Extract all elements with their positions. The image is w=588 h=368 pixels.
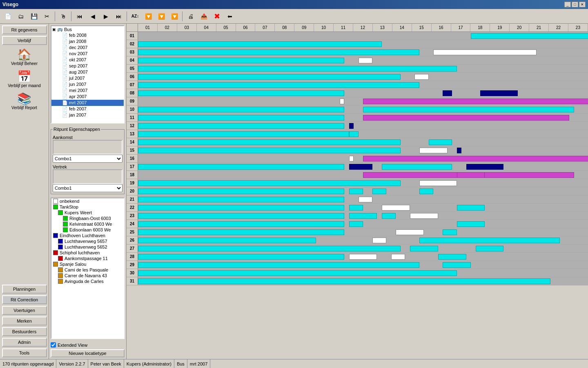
- locatie-item[interactable]: Carrer de Navarra 43: [51, 273, 124, 278]
- row-content[interactable]: [138, 163, 588, 171]
- locatie-item[interactable]: Avinguda de Carles: [51, 278, 124, 284]
- row-content[interactable]: [138, 212, 588, 220]
- admin-button[interactable]: Admin: [2, 338, 47, 347]
- row-content[interactable]: [138, 32, 588, 40]
- row-content[interactable]: [138, 48, 588, 56]
- last-button[interactable]: ⏭: [113, 11, 125, 22]
- filter1-button[interactable]: 🔽: [142, 11, 154, 22]
- voertuigen-button[interactable]: Voertuigen: [2, 306, 47, 315]
- locatie-item[interactable]: Ringbaan-Oost 6003: [51, 215, 124, 221]
- row-content[interactable]: [138, 56, 588, 64]
- export-button[interactable]: 📤: [198, 11, 210, 22]
- save-button[interactable]: 💾: [28, 11, 40, 22]
- cursor-button[interactable]: 🖱: [57, 11, 69, 22]
- row-content[interactable]: [138, 269, 588, 277]
- next-button[interactable]: ▶: [100, 11, 112, 22]
- nieuwe-locatietype-button[interactable]: Nieuwe locatietype: [51, 349, 125, 357]
- locatie-item[interactable]: Eindhoven Luchthaven: [51, 233, 124, 238]
- vertrek-input[interactable]: [53, 169, 122, 184]
- tree-root[interactable]: ▣ 🚌 Bus: [51, 26, 124, 32]
- locatie-item[interactable]: Luchthavenweg 5652: [51, 244, 124, 250]
- tree-item[interactable]: 📄 feb 2008: [51, 32, 124, 38]
- locatie-item[interactable]: TankStop: [51, 204, 124, 210]
- tools-button[interactable]: Tools: [2, 348, 47, 357]
- tree-item[interactable]: 📄 feb 2007: [51, 106, 124, 112]
- row-content[interactable]: [138, 146, 588, 154]
- locatie-item[interactable]: Kupers Weert: [51, 210, 124, 215]
- tree-item[interactable]: 📄 mei 2007: [51, 88, 124, 94]
- merken-button[interactable]: Merken: [2, 316, 47, 325]
- row-content[interactable]: [138, 73, 588, 81]
- verblijf-report-button[interactable]: 📚 Verblijf Report: [2, 91, 47, 111]
- aankomst-input[interactable]: [53, 140, 122, 155]
- row-content[interactable]: [138, 171, 588, 179]
- cut-button[interactable]: ✂: [41, 11, 53, 22]
- row-content[interactable]: [138, 204, 588, 211]
- tree-item[interactable]: 📄 jul 2007: [51, 75, 124, 81]
- row-content[interactable]: [138, 228, 588, 236]
- filter3-button[interactable]: 🔽: [168, 11, 180, 22]
- planningen-button[interactable]: Planningen: [2, 285, 47, 294]
- tree-item[interactable]: 📄 jan 2008: [51, 38, 124, 45]
- minimize-button[interactable]: _: [564, 2, 571, 7]
- row-content[interactable]: [138, 89, 588, 97]
- tree-item[interactable]: 📄 mrt 2007: [51, 100, 124, 106]
- row-content[interactable]: [138, 187, 588, 195]
- verblijf-beheer-button[interactable]: 🏠 Verblijf Beheer: [2, 47, 47, 67]
- first-button[interactable]: ⏮: [74, 11, 86, 22]
- row-content[interactable]: [138, 261, 588, 269]
- row-content[interactable]: [138, 138, 588, 146]
- tree-item[interactable]: 📄 okt 2007: [51, 57, 124, 63]
- locatie-item[interactable]: onbekend: [51, 198, 124, 204]
- locatie-item[interactable]: Schiphol luchthaven: [51, 250, 124, 256]
- tree-item[interactable]: 📄 sep 2007: [51, 63, 124, 69]
- row-content[interactable]: [138, 114, 588, 121]
- tree-item[interactable]: 📄 jan 2007: [51, 112, 124, 118]
- tree-item[interactable]: 📄 dec 2007: [51, 45, 124, 51]
- bestuurders-button[interactable]: Bestuurders: [2, 327, 47, 336]
- gantt-body[interactable]: 0102030405060708091011121314151617181920…: [127, 32, 588, 359]
- row-content[interactable]: [138, 130, 588, 138]
- tree-item[interactable]: 📄 nov 2007: [51, 51, 124, 57]
- row-content[interactable]: [138, 253, 588, 260]
- verblijf-button[interactable]: Verblijf: [2, 36, 47, 45]
- close-x-button[interactable]: ✖: [211, 11, 223, 22]
- locatie-item[interactable]: Edisonlaan 6003 We: [51, 227, 124, 233]
- tree-item[interactable]: 📄 apr 2007: [51, 94, 124, 100]
- locatie-list[interactable]: onbekendTankStopKupers WeertRingbaan-Oos…: [51, 197, 125, 339]
- row-content[interactable]: [138, 105, 588, 113]
- tree-item[interactable]: 📄 jun 2007: [51, 81, 124, 88]
- tree-item[interactable]: 📄 aug 2007: [51, 69, 124, 75]
- row-content[interactable]: [138, 245, 588, 252]
- sort-button[interactable]: AZ↕: [129, 11, 141, 22]
- prev-button[interactable]: ◀: [87, 11, 99, 22]
- row-content[interactable]: [138, 195, 588, 203]
- new-button[interactable]: 📄: [2, 11, 14, 22]
- filter2-button[interactable]: 🔽: [155, 11, 167, 22]
- locatie-item[interactable]: Cami de les Pasquale: [51, 267, 124, 273]
- back-button[interactable]: ⬅: [224, 11, 236, 22]
- verblijf-per-maand-button[interactable]: 📅 Verblijf per maand: [2, 69, 47, 89]
- vertrek-combo[interactable]: Combo1: [53, 184, 122, 192]
- row-content[interactable]: [138, 40, 588, 48]
- row-content[interactable]: [138, 81, 588, 89]
- row-content[interactable]: [138, 97, 588, 105]
- row-content[interactable]: [138, 155, 588, 162]
- rit-gegevens-button[interactable]: Rit gegevens: [2, 25, 47, 34]
- row-content[interactable]: [138, 236, 588, 244]
- tree-view[interactable]: ▣ 🚌 Bus 📄 feb 2008📄 jan 2008📄 dec 2007📄 …: [51, 25, 125, 123]
- locatie-item[interactable]: Luchthavenweg 5657: [51, 238, 124, 244]
- maximize-button[interactable]: □: [572, 2, 578, 7]
- rit-correction-button[interactable]: Rit Correction: [2, 295, 47, 304]
- row-content[interactable]: [138, 122, 588, 130]
- row-content[interactable]: [138, 220, 588, 228]
- print-button[interactable]: 🖨: [185, 11, 197, 22]
- close-button[interactable]: ✕: [579, 2, 586, 7]
- open-button[interactable]: 🗂: [15, 11, 27, 22]
- aankomst-combo[interactable]: Combo1: [53, 155, 122, 163]
- row-content[interactable]: [138, 277, 588, 285]
- locatie-item[interactable]: Kelvinstraat 6003 We: [51, 221, 124, 227]
- row-content[interactable]: [138, 65, 588, 72]
- locatie-item[interactable]: Aankomstpassage 11: [51, 256, 124, 261]
- locatie-item[interactable]: Spanje Salou: [51, 261, 124, 267]
